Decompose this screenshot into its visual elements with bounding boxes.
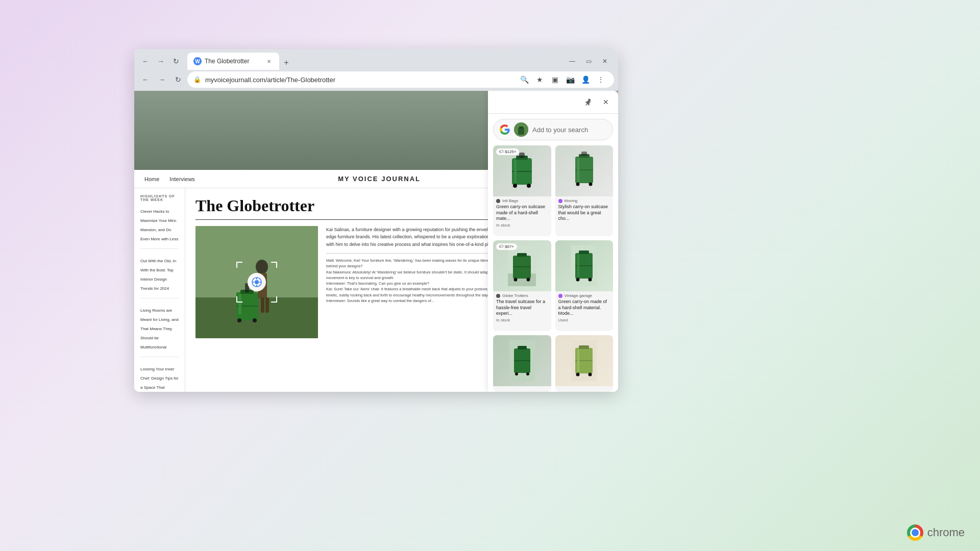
source-name-1: Intl Bags xyxy=(502,198,518,203)
result-image-6 xyxy=(555,335,614,386)
svg-rect-28 xyxy=(514,160,517,183)
svg-rect-23 xyxy=(518,128,524,135)
result-card-5[interactable] xyxy=(493,335,551,392)
tab-favicon: W xyxy=(193,57,202,65)
svg-rect-21 xyxy=(259,282,261,283)
result-title-2: Stylish carry-on suitcase that would be … xyxy=(558,204,610,222)
website: ⋮ Home Interviews MY VOICE JOURNAL About… xyxy=(134,91,618,392)
source-name-4: Vintage-garage xyxy=(565,293,593,298)
svg-point-64 xyxy=(576,373,580,377)
refresh-btn-2[interactable]: ↻ xyxy=(171,72,185,87)
svg-point-52 xyxy=(589,278,592,282)
svg-rect-55 xyxy=(518,346,527,349)
minimize-button[interactable]: — xyxy=(565,54,579,68)
nav-links-left: Home Interviews xyxy=(144,176,195,182)
nav-interviews[interactable]: Interviews xyxy=(169,176,195,182)
result-card-1[interactable]: 🏷 $125+ Intl Bags Green carry-on suitcas… xyxy=(493,145,551,236)
svg-rect-63 xyxy=(577,349,579,372)
svg-point-30 xyxy=(527,184,531,188)
result-card-2[interactable]: Moving Stylish carry-on suitcase that wo… xyxy=(555,145,614,236)
result-image-2 xyxy=(555,145,614,196)
window-controls: — ▭ ✕ xyxy=(565,54,612,68)
result-title-4: Green carry-on made of a hard-shell mate… xyxy=(558,299,610,317)
sidebar-item-text: Living Rooms are Meant for Living, and T… xyxy=(140,308,179,349)
forward-button[interactable]: → xyxy=(154,54,168,68)
browser-window: ← → ↻ W The Globetrotter ✕ + xyxy=(134,49,618,392)
back-btn-2[interactable]: ← xyxy=(138,72,153,87)
svg-rect-50 xyxy=(577,255,579,277)
refresh-button[interactable]: ↻ xyxy=(169,54,183,68)
result-card-4[interactable]: Vintage-garage Green carry-on made of a … xyxy=(555,240,614,331)
extension-button[interactable]: ▣ xyxy=(548,72,562,87)
sidebar-item-text: Loosing Your Inner Chef: Design Tips for… xyxy=(140,367,179,392)
sidebar-item[interactable]: Living Rooms are Meant for Living, and T… xyxy=(140,305,179,357)
svg-point-13 xyxy=(237,318,241,322)
price-badge-1: 🏷 $125+ xyxy=(496,148,519,155)
result-image-4 xyxy=(555,240,614,291)
tab-bar: ← → ↻ W The Globetrotter ✕ + xyxy=(134,49,618,69)
result-source-2: Moving xyxy=(558,198,610,203)
back-button[interactable]: ← xyxy=(138,54,153,68)
svg-point-44 xyxy=(514,278,518,282)
active-tab[interactable]: W The Globetrotter ✕ xyxy=(187,53,279,70)
svg-rect-48 xyxy=(579,251,589,254)
svg-point-17 xyxy=(255,280,259,284)
result-card-3[interactable]: 🏷 $67+ Globe Trotters The travel suitcas… xyxy=(493,240,551,331)
svg-rect-35 xyxy=(577,158,579,182)
sidebar-item-text: Clever Hacks to Maximize Your Mini-Mansi… xyxy=(140,209,178,241)
sidebar-item[interactable]: Clever Hacks to Maximize Your Mini-Mansi… xyxy=(140,206,179,249)
result-status-4: Used xyxy=(558,318,610,322)
bookmark-button[interactable]: ★ xyxy=(532,72,547,87)
account-button[interactable]: 👤 xyxy=(578,72,593,87)
chrome-logo: chrome xyxy=(907,524,965,541)
browser-chrome: ← → ↻ W The Globetrotter ✕ + xyxy=(134,49,618,91)
svg-point-51 xyxy=(576,278,580,282)
result-title-1: Green carry-on suitcase made of a hard-s… xyxy=(496,204,548,222)
lens-thumbnail xyxy=(514,122,528,137)
address-bar-row: ← → ↻ 🔒 myvoicejournall.com/article/The-… xyxy=(134,69,618,91)
svg-text:W: W xyxy=(195,59,200,64)
source-dot-2 xyxy=(558,199,562,203)
lens-panel: ✕ xyxy=(488,91,618,392)
lens-results-grid: 🏷 $125+ Intl Bags Green carry-on suitcas… xyxy=(488,145,618,392)
svg-rect-24 xyxy=(519,127,523,129)
result-title-3: The travel suitcase for a hassle-free tr… xyxy=(496,299,548,317)
lens-close-button[interactable]: ✕ xyxy=(599,95,613,109)
browser-content: ⋮ Home Interviews MY VOICE JOURNAL About… xyxy=(134,91,618,392)
result-info-1: Intl Bags Green carry-on suitcase made o… xyxy=(493,196,551,231)
chrome-icon xyxy=(907,524,923,541)
svg-rect-19 xyxy=(256,285,257,287)
screenshot-button[interactable]: 📷 xyxy=(563,72,577,87)
tab-close-button[interactable]: ✕ xyxy=(265,57,273,65)
source-dot-1 xyxy=(496,199,500,203)
forward-btn-2[interactable]: → xyxy=(155,72,169,87)
maximize-button[interactable]: ▭ xyxy=(581,54,596,68)
sidebar-item[interactable]: Loosing Your Inner Chef: Design Tips for… xyxy=(140,363,179,392)
sidebar-item[interactable]: Out With the Old, In With the Bold: Top … xyxy=(140,255,179,298)
svg-point-57 xyxy=(515,372,518,375)
result-info-3: Globe Trotters The travel suitcase for a… xyxy=(493,291,551,325)
result-source-1: Intl Bags xyxy=(496,198,548,203)
article-image xyxy=(195,226,318,338)
svg-point-65 xyxy=(589,373,592,377)
article-image-wrapper xyxy=(195,226,318,338)
result-status-3: In stock xyxy=(496,318,548,322)
svg-rect-18 xyxy=(256,278,257,280)
close-button[interactable]: ✕ xyxy=(598,54,612,68)
nav-home[interactable]: Home xyxy=(144,176,159,182)
lens-icon-button[interactable]: 🔍 xyxy=(517,72,531,87)
price-badge-3: 🏷 $67+ xyxy=(496,243,517,250)
svg-rect-61 xyxy=(579,345,589,349)
sidebar: HIGHLIGHTS OF THE WEEK Clever Hacks to M… xyxy=(134,188,185,392)
lens-pin-button[interactable] xyxy=(581,95,596,109)
result-status-1: In stock xyxy=(496,223,548,228)
menu-button[interactable]: ⋮ xyxy=(594,72,608,87)
lens-header: ✕ xyxy=(488,91,618,114)
new-tab-button[interactable]: + xyxy=(279,56,293,70)
sidebar-item-text: Out With the Old, In With the Bold: Top … xyxy=(140,259,176,291)
result-card-6[interactable] xyxy=(555,335,614,392)
svg-point-58 xyxy=(526,372,529,375)
address-bar[interactable]: 🔒 myvoicejournall.com/article/The-Globet… xyxy=(187,71,614,88)
secure-icon: 🔒 xyxy=(193,76,201,83)
lens-search-bar[interactable]: Add to your search xyxy=(493,119,613,140)
